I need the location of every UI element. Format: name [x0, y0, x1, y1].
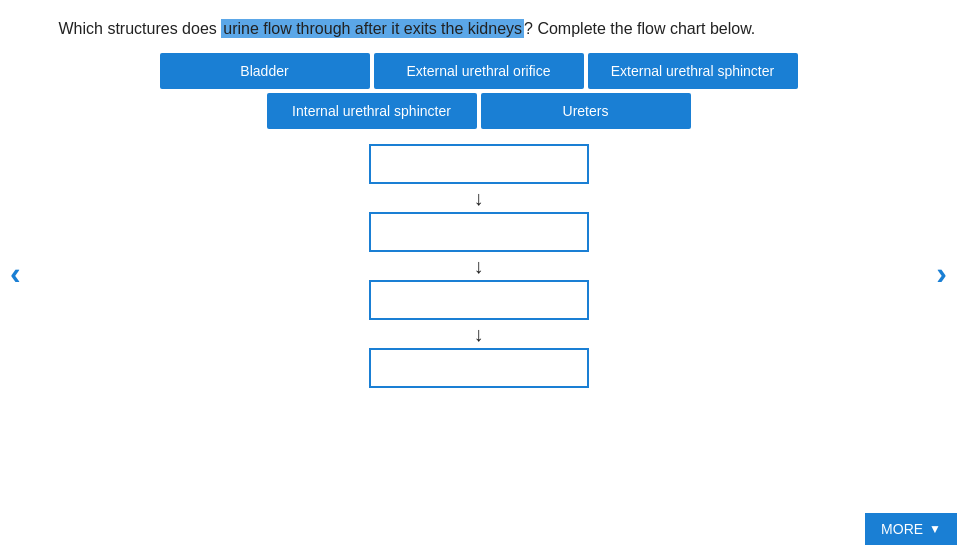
question-suffix: ? Complete the flow chart below. [524, 20, 755, 37]
nav-prev-button[interactable]: ‹ [10, 254, 21, 291]
more-button[interactable]: MORE ▼ [865, 513, 957, 545]
option-ureters[interactable]: Ureters [481, 93, 691, 129]
more-label: MORE [881, 521, 923, 537]
flow-box-1[interactable] [369, 144, 589, 184]
nav-next-button[interactable]: › [936, 254, 947, 291]
option-ext-urethral-sphincter[interactable]: External urethral sphincter [588, 53, 798, 89]
option-int-urethral-sphincter[interactable]: Internal urethral sphincter [267, 93, 477, 129]
question-highlight: urine flow through after it exits the ki… [221, 19, 524, 38]
question-text: Which structures does urine flow through… [59, 20, 899, 38]
options-row2: Internal urethral sphincter Ureters [267, 93, 691, 129]
option-ext-urethral-orifice[interactable]: External urethral orifice [374, 53, 584, 89]
flow-arrow-3: ↓ [474, 324, 484, 344]
options-row1: Bladder External urethral orifice Extern… [160, 53, 798, 89]
option-bladder[interactable]: Bladder [160, 53, 370, 89]
flow-box-3[interactable] [369, 280, 589, 320]
flow-box-2[interactable] [369, 212, 589, 252]
flow-arrow-1: ↓ [474, 188, 484, 208]
question-prefix: Which structures does [59, 20, 222, 37]
page-container: Which structures does urine flow through… [0, 0, 957, 545]
flow-arrow-2: ↓ [474, 256, 484, 276]
more-arrow-icon: ▼ [929, 522, 941, 536]
flowchart: ↓ ↓ ↓ [369, 144, 589, 388]
flow-box-4[interactable] [369, 348, 589, 388]
